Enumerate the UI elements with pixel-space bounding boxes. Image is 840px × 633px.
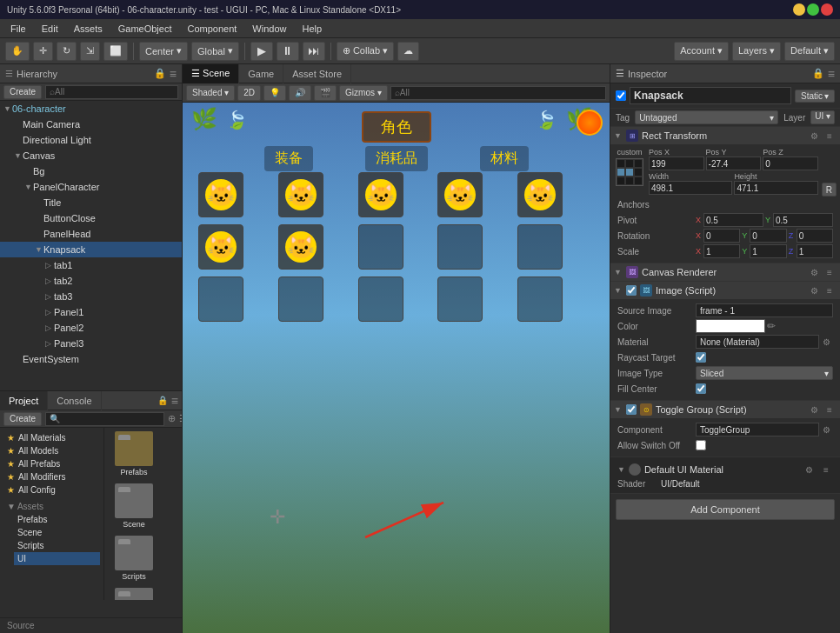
color-picker-btn[interactable]: ✏ — [767, 320, 776, 332]
menu-component[interactable]: Component — [180, 22, 243, 36]
allow-switch-checkbox[interactable] — [696, 440, 706, 450]
tag-dropdown[interactable]: Untagged ▾ — [635, 110, 778, 124]
image-type-dropdown[interactable]: Sliced ▾ — [696, 366, 833, 380]
layers-dropdown[interactable]: Layers ▾ — [732, 42, 781, 61]
fav-all-config[interactable]: ★ All Config — [3, 483, 100, 496]
toggle-settings-btn[interactable]: ⚙ — [807, 403, 821, 416]
canvas-renderer-header[interactable]: ▼ 🖼 Canvas Renderer ⚙ ≡ — [610, 263, 840, 281]
image-script-menu-btn[interactable]: ≡ — [823, 283, 837, 297]
fx-button[interactable]: 🎬 — [314, 85, 337, 101]
rotate-tool[interactable]: ↻ — [57, 42, 77, 61]
component-settings-btn[interactable]: ⚙ — [819, 423, 833, 436]
tab-project[interactable]: Project — [0, 391, 48, 410]
cloud-button[interactable]: ☁ — [397, 42, 419, 61]
layout-dropdown[interactable]: Default ▾ — [784, 42, 835, 61]
assets-prefabs[interactable]: Prefabs — [14, 513, 100, 526]
inv-slot-6[interactable]: 🐱 — [198, 224, 243, 270]
inv-slot-8[interactable] — [358, 224, 403, 270]
inv-slot-13[interactable] — [358, 277, 403, 322]
hierarchy-item-panel1[interactable]: ▷ Panel1 — [0, 304, 182, 320]
hierarchy-item-tab3[interactable]: ▷ tab3 — [0, 289, 182, 304]
maximize-button[interactable] — [807, 3, 819, 16]
tab-game[interactable]: Game — [239, 64, 283, 83]
menu-help[interactable]: Help — [295, 22, 329, 36]
asset-scripts[interactable]: Scripts — [108, 536, 160, 581]
inv-slot-4[interactable]: 🐱 — [437, 172, 483, 217]
move-tool[interactable]: ✛ — [33, 42, 53, 61]
fav-all-modifiers[interactable]: ★ All Modifiers — [3, 470, 100, 483]
hierarchy-item-btnclose[interactable]: ButtonClose — [0, 210, 182, 226]
asset-ui[interactable]: UI — [108, 588, 160, 600]
assets-scene[interactable]: Scene — [14, 526, 100, 539]
inv-slot-3[interactable]: 🐱 — [358, 172, 403, 217]
assets-root-label[interactable]: ▼ Assets — [3, 500, 100, 513]
inv-slot-14[interactable] — [437, 277, 483, 322]
game-tab-equipment[interactable]: 装备 — [264, 146, 313, 171]
hierarchy-item-maincamera[interactable]: Main Camera — [0, 117, 182, 132]
toggle-group-header[interactable]: ▼ ⊙ Toggle Group (Script) ⚙ ≡ — [610, 401, 840, 418]
collab-button[interactable]: ⊕ Collab ▾ — [337, 42, 394, 61]
material-settings-btn[interactable]: ⚙ — [819, 335, 833, 349]
project-lock-icon[interactable]: 🔒 — [157, 396, 168, 405]
audio-button[interactable]: 🔊 — [289, 85, 311, 101]
mat-settings-btn[interactable]: ⚙ — [802, 463, 816, 476]
project-search[interactable] — [45, 412, 164, 426]
menu-window[interactable]: Window — [245, 22, 293, 36]
play-button[interactable]: ▶ — [250, 42, 273, 61]
2d-button[interactable]: 2D — [237, 85, 261, 101]
hierarchy-item-scene[interactable]: ▼ 06-character — [0, 101, 182, 117]
width-input[interactable] — [649, 181, 732, 195]
toggle-group-enabled[interactable] — [626, 404, 637, 415]
raycast-checkbox[interactable] — [696, 352, 706, 363]
asset-prefabs[interactable]: Prefabs — [108, 431, 160, 476]
menu-file[interactable]: File — [3, 22, 33, 36]
menu-assets[interactable]: Assets — [67, 22, 110, 36]
mat-menu-btn[interactable]: ≡ — [819, 463, 833, 476]
assets-ui[interactable]: UI — [14, 552, 100, 565]
shading-dropdown[interactable]: Shaded ▾ — [186, 85, 235, 101]
project-create-btn[interactable]: Create — [3, 412, 42, 426]
gizmos-dropdown[interactable]: Gizmos ▾ — [339, 85, 388, 101]
lighting-button[interactable]: 💡 — [263, 85, 286, 101]
step-button[interactable]: ⏭ — [303, 42, 325, 61]
hierarchy-item-bg[interactable]: Bg — [0, 163, 182, 179]
inspector-menu[interactable]: ≡ — [828, 67, 835, 81]
inv-slot-15[interactable] — [517, 277, 563, 322]
fav-all-materials[interactable]: ★ All Materials — [3, 431, 100, 444]
tab-console[interactable]: Console — [48, 391, 101, 410]
rect-tool[interactable]: ⬜ — [103, 42, 128, 61]
hierarchy-item-tab1[interactable]: ▷ tab1 — [0, 257, 182, 273]
fav-all-prefabs[interactable]: ★ All Prefabs — [3, 457, 100, 470]
image-script-settings-btn[interactable]: ⚙ — [807, 283, 821, 297]
material-value[interactable]: None (Material) — [696, 335, 819, 349]
inv-slot-10[interactable] — [517, 224, 563, 270]
rot-x-input[interactable] — [703, 229, 740, 243]
hierarchy-item-tab2[interactable]: ▷ tab2 — [0, 273, 182, 289]
color-swatch[interactable] — [696, 319, 765, 333]
inspector-lock[interactable]: 🔒 — [812, 68, 824, 79]
pos-x-input[interactable] — [649, 157, 704, 170]
hierarchy-item-eventsystem[interactable]: EventSystem — [0, 351, 182, 367]
menu-gameobject[interactable]: GameObject — [111, 22, 179, 36]
rect-settings-btn[interactable]: ⚙ — [807, 129, 821, 143]
inv-slot-9[interactable] — [437, 224, 483, 270]
image-script-enabled[interactable] — [626, 285, 637, 296]
inv-slot-2[interactable]: 🐱 — [278, 172, 323, 217]
assets-scripts[interactable]: Scripts — [14, 539, 100, 552]
scale-y-input[interactable] — [750, 244, 786, 258]
game-tab-consumable[interactable]: 消耗品 — [365, 146, 428, 171]
fill-center-checkbox[interactable] — [696, 383, 706, 394]
hierarchy-search[interactable] — [45, 85, 178, 99]
project-menu-icon[interactable]: ≡ — [171, 394, 178, 408]
layer-dropdown[interactable]: UI ▾ — [810, 110, 835, 124]
hierarchy-item-canvas[interactable]: ▼ Canvas — [0, 148, 182, 163]
hierarchy-item-panel3[interactable]: ▷ Panel3 — [0, 336, 182, 351]
global-button[interactable]: Global ▾ — [191, 42, 239, 61]
scale-x-input[interactable] — [703, 244, 740, 258]
anchors-widget[interactable] — [616, 158, 643, 186]
add-component-button[interactable]: Add Component — [616, 499, 835, 520]
hand-tool[interactable]: ✋ — [5, 42, 30, 61]
inv-slot-7[interactable]: 🐱 — [278, 224, 323, 270]
rect-r-button[interactable]: R — [822, 183, 837, 197]
static-dropdown[interactable]: Static ▾ — [795, 90, 835, 103]
